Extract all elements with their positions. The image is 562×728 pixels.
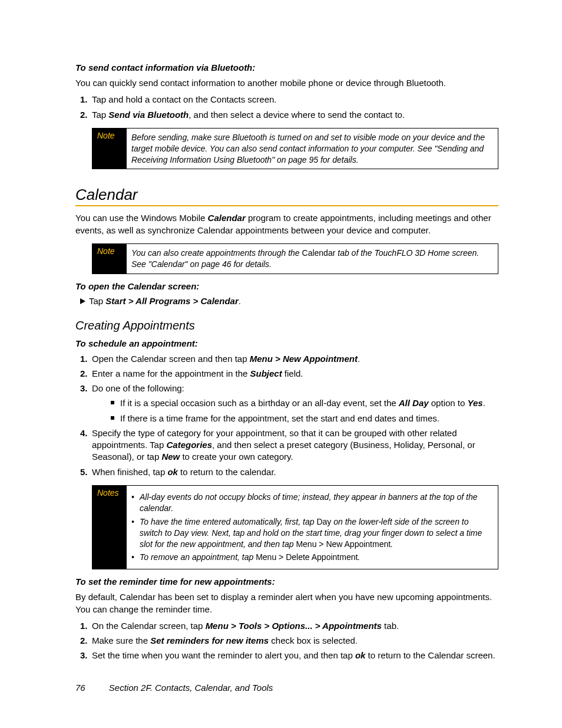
text: To have the time entered automatically, … — [140, 517, 316, 526]
text: When finished, tap — [92, 467, 167, 477]
list-item: All-day events do not occupy blocks of t… — [131, 492, 492, 514]
text: check box is selected. — [269, 635, 358, 645]
emph: New — [161, 452, 180, 462]
text: Do one of the following: — [92, 383, 184, 393]
task-heading-schedule: To schedule an appointment: — [75, 338, 498, 348]
text: To remove an appointment, tap — [140, 552, 256, 562]
text: . — [239, 296, 241, 306]
text: You can use the Windows Mobile — [75, 213, 208, 223]
emph: ok — [355, 650, 366, 660]
note-body: All-day events do not occupy blocks of t… — [127, 486, 498, 569]
text: Enter a name for the appointment in the — [92, 368, 250, 378]
section-label: Section 2F. Contacts, Calendar, and Tool… — [109, 683, 273, 693]
text: to return to the Calendar screen. — [365, 650, 495, 660]
text: , and then select a device where to send… — [189, 110, 405, 120]
list-item: Do one of the following: If it is a spec… — [80, 383, 498, 424]
note-body: Before sending, make sure Bluetooth is t… — [127, 129, 498, 169]
text: . — [358, 552, 360, 562]
emph: Calendar — [302, 248, 336, 258]
subsection-title-creating: Creating Appointments — [75, 319, 498, 332]
text: to create your own category. — [180, 452, 293, 462]
list-bt-steps: Tap and hold a contact on the Contacts s… — [80, 94, 498, 121]
sublist: If it is a special occasion such as a bi… — [111, 397, 498, 424]
text: tab. — [382, 621, 399, 631]
list-item: Tap and hold a contact on the Contacts s… — [80, 94, 498, 106]
emph: Start > All Programs > Calendar — [105, 296, 238, 306]
emph: Menu > New Appointment — [250, 354, 358, 364]
emph: Send via Bluetooth — [108, 110, 189, 120]
text: Make sure the — [92, 635, 150, 645]
emph: Menu > Delete Appointment — [256, 552, 358, 562]
text: . — [358, 354, 360, 364]
text: Tap — [92, 110, 108, 120]
text: Tap and hold a contact on the Contacts s… — [92, 94, 277, 104]
task-heading-reminder: To set the reminder time for new appoint… — [75, 577, 498, 587]
para-calendar-intro: You can use the Windows Mobile Calendar … — [75, 212, 498, 236]
text: Tap — [89, 296, 105, 306]
text: to return to the calendar. — [178, 467, 276, 477]
note-label: Note — [92, 129, 127, 169]
list-item: Specify the type of category for your ap… — [80, 427, 498, 463]
list-item: To remove an appointment, tap Menu > Del… — [131, 552, 492, 563]
emph: ok — [167, 467, 178, 477]
text: On the Calendar screen, tap — [92, 621, 206, 631]
note-body: You can also create appointments through… — [127, 244, 498, 274]
note-label: Notes — [92, 486, 127, 569]
list-item: If it is a special occasion such as a bi… — [111, 397, 498, 409]
section-rule — [75, 205, 498, 206]
list-item: Make sure the Set reminders for new item… — [80, 635, 498, 647]
text: Set the time when you want the reminder … — [92, 650, 355, 660]
notes-box-creating: Notes All-day events do not occupy block… — [92, 485, 498, 569]
task-heading-bt: To send contact information via Bluetoot… — [75, 62, 498, 73]
text: . — [391, 539, 393, 549]
emph: Menu > New Appointment — [296, 539, 391, 549]
emph: Day — [316, 517, 331, 526]
emph: Subject — [250, 368, 282, 378]
list-item: On the Calendar screen, tap Menu > Tools… — [80, 620, 498, 632]
text: If it is a special occasion such as a bi… — [120, 398, 399, 408]
page-footer: 76 Section 2F. Contacts, Calendar, and T… — [75, 683, 273, 693]
para-reminder-intro: By default, Calendar has been set to dis… — [75, 591, 498, 615]
text: All-day events do not occupy blocks of t… — [140, 492, 478, 513]
text: field. — [282, 368, 303, 378]
list-item: Set the time when you want the reminder … — [80, 650, 498, 661]
note-box-bt: Note Before sending, make sure Bluetooth… — [92, 128, 498, 170]
list-item: When finished, tap ok to return to the c… — [80, 466, 498, 478]
list-reminder-steps: On the Calendar screen, tap Menu > Tools… — [80, 620, 498, 662]
emph: Yes — [468, 398, 483, 408]
list-item: Enter a name for the appointment in the … — [80, 368, 498, 380]
list-item: Tap Send via Bluetooth, and then select … — [80, 109, 498, 121]
list-item: To have the time entered automatically, … — [131, 516, 492, 550]
emph: Set reminders for new items — [150, 635, 269, 645]
note-box-calendar: Note You can also create appointments th… — [92, 243, 498, 274]
emph: All Day — [399, 398, 429, 408]
text: If there is a time frame for the appoint… — [120, 413, 439, 423]
task-heading-open-cal: To open the Calendar screen: — [75, 281, 498, 291]
text: Open the Calendar screen and then tap — [92, 354, 250, 364]
section-title-calendar: Calendar — [75, 186, 498, 204]
list-schedule-steps: Open the Calendar screen and then tap Me… — [80, 353, 498, 478]
list-item: If there is a time frame for the appoint… — [111, 413, 498, 424]
emph: Menu > Tools > Options... > Appointments — [206, 621, 382, 631]
arrow-icon — [80, 298, 85, 304]
text: You can also create appointments through… — [131, 248, 302, 258]
emph: Calendar — [208, 213, 246, 223]
page-number: 76 — [75, 683, 85, 693]
page: To send contact information via Bluetoot… — [0, 0, 562, 728]
emph: Categories — [166, 440, 212, 450]
para-bt-intro: You can quickly send contact information… — [75, 77, 498, 89]
note-label: Note — [92, 244, 127, 274]
text: . — [483, 398, 485, 408]
step-open-cal: Tap Start > All Programs > Calendar. — [80, 296, 498, 306]
text: option to — [429, 398, 468, 408]
list-item: Open the Calendar screen and then tap Me… — [80, 353, 498, 365]
